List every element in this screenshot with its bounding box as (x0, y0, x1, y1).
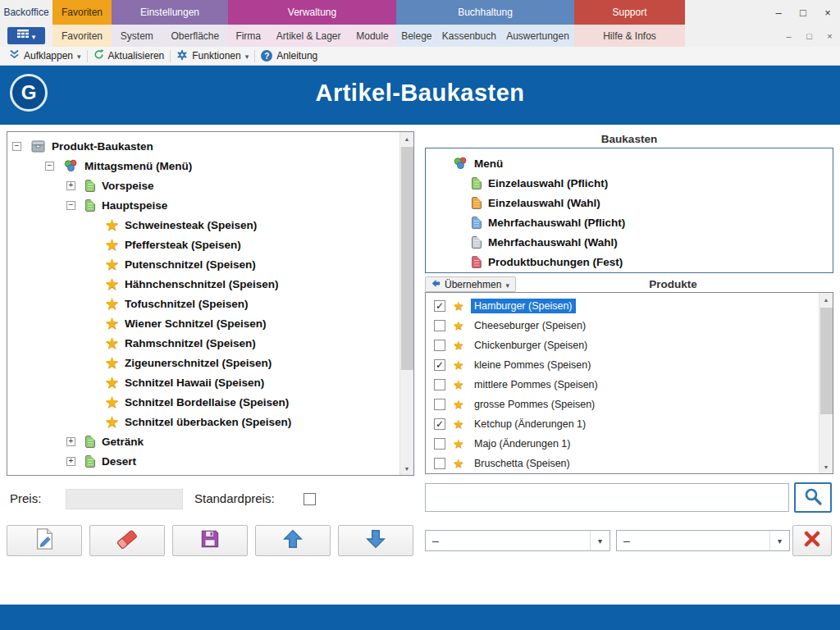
move-down-button[interactable] (338, 525, 413, 556)
scrollbar-thumb[interactable] (401, 147, 413, 370)
star-icon (104, 335, 120, 352)
close-button-small[interactable]: × (819, 25, 840, 47)
toolbar-item-funktionen[interactable]: Funktionen (171, 48, 254, 64)
scrollbar-thumb[interactable] (820, 308, 833, 414)
baukasten-item[interactable]: Produktbuchungen (Fest) (426, 252, 833, 272)
menu-item-artikel-lager[interactable]: Artikel & Lager (275, 29, 343, 43)
product-label: Bruschetta (Speisen) (471, 456, 573, 471)
menu-item-system[interactable]: System (119, 29, 155, 43)
tree-item[interactable]: Desert (7, 451, 399, 471)
menu-item-favoriten[interactable]: Favoriten (60, 29, 104, 43)
product-row[interactable]: Bruschetta (Speisen) (426, 454, 819, 473)
menu-item-kassenbuch[interactable]: Kassenbuch (441, 29, 498, 43)
star-icon (451, 436, 466, 451)
tree-item[interactable]: Hauptspeise (7, 195, 399, 215)
product-checkbox[interactable] (434, 300, 445, 312)
tree-item[interactable]: Wiener Schnitzel (Speisen) (7, 313, 399, 333)
menu-item-oberflaeche[interactable]: Oberfläche (169, 29, 221, 43)
menu-item-belege[interactable]: Belege (399, 29, 433, 43)
standard-price-checkbox[interactable] (304, 493, 316, 505)
new-document-button[interactable] (7, 525, 82, 556)
tree-item[interactable]: Tofuschnitzel (Speisen) (7, 294, 399, 313)
product-row[interactable]: kleine Pommes (Speisen) (426, 355, 819, 375)
product-checkbox[interactable] (434, 359, 445, 371)
product-checkbox[interactable] (434, 438, 445, 450)
product-checkbox[interactable] (434, 458, 445, 469)
tree-item[interactable]: Zigeunerschnitzel (Speisen) (7, 353, 399, 372)
product-row[interactable]: mittlere Pommes (Speisen) (426, 375, 819, 395)
tree-item[interactable]: Schnitzel überbacken (Speisen) (7, 412, 399, 431)
tree-item[interactable]: Mittagsmenü (Menü) (7, 156, 399, 176)
restore-button[interactable]: □ (791, 0, 815, 25)
gear-icon (176, 49, 188, 63)
menu-item-module[interactable]: Module (354, 29, 390, 43)
product-checkbox[interactable] (434, 379, 445, 390)
tree-item-label: Zigeunerschnitzel (Speisen) (125, 357, 272, 369)
menu-item-hilfe-infos[interactable]: Hilfe & Infos (601, 29, 658, 43)
tree-item[interactable]: Schnitzel Bordellaise (Speisen) (7, 392, 399, 412)
product-row[interactable]: Chickenburger (Speisen) (426, 336, 819, 355)
restore-button-small[interactable]: □ (799, 25, 819, 47)
tree-scrollbar[interactable] (399, 132, 413, 475)
baukasten-item[interactable]: Mehrfachauswahl (Wahl) (426, 232, 833, 252)
scroll-up-button[interactable] (819, 293, 833, 307)
search-button[interactable] (794, 482, 832, 513)
product-row[interactable]: Cheeseburger (Speisen) (426, 316, 819, 336)
baukasten-item[interactable]: Mehrfachauswahl (Pflicht) (426, 212, 833, 232)
toolbar-item-aufklappen[interactable]: Aufklappen (3, 48, 87, 64)
tree-item[interactable]: Getränk (7, 431, 399, 451)
scroll-up-button[interactable] (400, 132, 413, 146)
collapse-expander-icon[interactable] (12, 142, 21, 151)
tree-item[interactable]: Produkt-Baukasten (7, 136, 399, 156)
tree-item[interactable]: Vorspeise (7, 176, 399, 195)
tree-item[interactable]: Schnitzel Hawaii (Speisen) (7, 372, 399, 392)
minimize-button-small[interactable]: – (778, 25, 799, 47)
expand-expander-icon[interactable] (66, 457, 75, 466)
product-checkbox[interactable] (434, 320, 445, 331)
save-button[interactable] (172, 525, 248, 556)
price-input[interactable] (66, 489, 183, 509)
option-dropdown-2[interactable]: – (616, 530, 790, 551)
baukasten-item[interactable]: Einzelauswahl (Wahl) (426, 193, 833, 212)
tab-favoriten[interactable]: Favoriten (52, 0, 112, 25)
search-input[interactable] (425, 483, 789, 512)
baukasten-title: Baukasten (425, 133, 833, 145)
tree-item[interactable]: Hähnchenschnitzel (Speisen) (7, 274, 399, 294)
toolbar-item-aktualisieren[interactable]: Aktualisieren (88, 48, 171, 64)
product-row[interactable]: Hamburger (Speisen) (426, 296, 819, 316)
product-checkbox[interactable] (434, 399, 445, 410)
tree-item[interactable]: Schweinesteak (Speisen) (7, 215, 399, 235)
toolbar-item-anleitung[interactable]: Anleitung (255, 48, 323, 64)
minimize-button[interactable]: – (766, 0, 791, 25)
tab-einstellungen[interactable]: Einstellungen (112, 0, 228, 25)
tab-support[interactable]: Support (574, 0, 685, 25)
collapse-expander-icon[interactable] (66, 201, 75, 210)
product-checkbox[interactable] (434, 340, 445, 351)
erase-button[interactable] (89, 525, 165, 556)
tab-verwaltung[interactable]: Verwaltung (228, 0, 396, 25)
product-row[interactable]: grosse Pommes (Speisen) (426, 395, 819, 414)
collapse-expander-icon[interactable] (45, 162, 54, 171)
products-scrollbar[interactable] (819, 293, 833, 473)
expand-expander-icon[interactable] (66, 437, 75, 446)
expand-expander-icon[interactable] (66, 181, 75, 190)
option-dropdown-1[interactable]: – (425, 530, 610, 551)
product-tree-panel: Produkt-Baukasten Mittagsmenü (Menü) Vor… (7, 131, 414, 476)
baukasten-item[interactable]: Einzelauswahl (Pflicht) (426, 173, 833, 193)
product-checkbox[interactable] (434, 418, 445, 430)
baukasten-item[interactable]: Menü (426, 153, 833, 173)
baukasten-item-label: Produktbuchungen (Fest) (488, 256, 623, 268)
product-row[interactable]: Majo (Änderungen 1) (426, 434, 819, 454)
product-row[interactable]: Ketchup (Änderungen 1) (426, 414, 819, 434)
menu-item-firma[interactable]: Firma (234, 29, 262, 43)
tree-item[interactable]: Putenschnitzel (Speisen) (7, 254, 399, 274)
tree-item[interactable]: Pfeffersteak (Speisen) (7, 235, 399, 254)
delete-button[interactable] (792, 525, 832, 556)
menu-item-auswertungen[interactable]: Auswertungen (504, 29, 571, 43)
app-menu-button[interactable] (7, 27, 45, 44)
apply-button[interactable]: Übernehmen (425, 276, 516, 292)
tree-item[interactable]: Rahmschnitzel (Speisen) (7, 333, 399, 353)
move-up-button[interactable] (255, 525, 331, 556)
close-button[interactable]: × (815, 0, 840, 25)
tab-buchhaltung[interactable]: Buchhaltung (396, 0, 574, 25)
